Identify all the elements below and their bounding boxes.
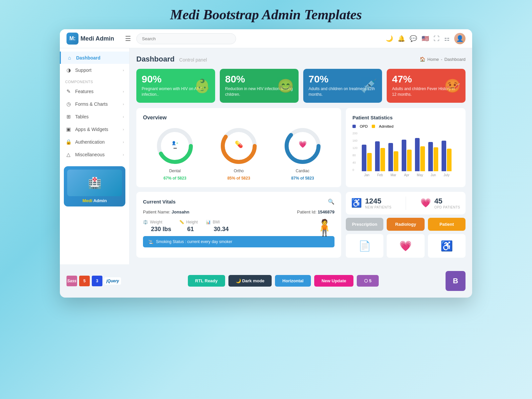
sidebar-item-authentication[interactable]: 🔒 Authentication ›: [60, 136, 129, 148]
search-vitals-icon[interactable]: 🔍: [328, 199, 334, 205]
donut-ortho: 💊 Ortho 85% of 5823: [219, 126, 259, 181]
bar-jan-admitted: [367, 153, 372, 171]
wheelchair-icon: ♿: [351, 198, 362, 208]
hamburger-icon[interactable]: ☰: [125, 35, 131, 43]
human-figure: 🧍: [315, 220, 334, 236]
grid-icon[interactable]: ⚏: [444, 35, 450, 42]
document-icon: 📄: [358, 240, 371, 252]
sidebar-label-authentication: Authentication: [75, 139, 105, 145]
content-title: Dashboard Control panel: [136, 55, 207, 64]
opd-info: 45 OPD PATIENTS: [434, 197, 460, 209]
bar-jan-opd: [362, 145, 366, 171]
donut-chart-cardiac: 💗: [283, 126, 323, 166]
svg-text:💊: 💊: [235, 140, 243, 148]
vitals-metrics: ⚖️ Weight 230 lbs 📏 Height: [143, 220, 309, 236]
prescription-button[interactable]: Prescription: [346, 218, 383, 231]
sidebar-label-tables: Tables: [75, 114, 88, 119]
donut-label-cardiac: Cardiac: [296, 169, 309, 173]
sidebar-item-forms-charts[interactable]: ◷ Forms & Charts ›: [60, 98, 129, 110]
rtl-badge[interactable]: RTL Ready: [188, 275, 225, 287]
sidebar-label-support: Support: [75, 67, 91, 73]
sidebar-item-support[interactable]: ◑ Support ›: [60, 64, 129, 76]
stat-icon-0: 👶: [194, 78, 210, 93]
moon-icon[interactable]: 🌙: [386, 35, 393, 42]
smoking-status-bar: 🚬 Smoking Status : current every day smo…: [143, 236, 334, 247]
label-mar: Mar: [390, 173, 396, 177]
patient-info-row: Patient Name: Jonsahn Patient Id: 154687…: [143, 209, 334, 214]
height-icon: 📏: [179, 220, 184, 224]
navbar-icons: 🌙 🔔 💬 🇺🇸 ⛶ ⚏ 👤: [386, 33, 466, 44]
patient-icon-card: ♿: [428, 234, 466, 258]
html5-icon: 5: [79, 276, 90, 286]
newupdate-badge[interactable]: New Update: [314, 275, 353, 287]
sidebar-card-image: 🏥: [67, 170, 122, 196]
metric-height: 📏 Height 61: [179, 220, 198, 233]
metric-bmi: 📊 BMI 30.34: [206, 220, 229, 233]
sidebar-promo-card: 🏥 Medi Admin: [64, 166, 125, 206]
search-input[interactable]: [136, 33, 236, 44]
chevron-icon: ›: [123, 140, 124, 144]
radiology-icon-card: 💗: [387, 234, 424, 258]
flag-icon[interactable]: 🇺🇸: [422, 35, 429, 42]
version-badge[interactable]: ⬡ 5: [357, 275, 379, 287]
bar-july-opd: [442, 141, 446, 171]
bar-jan: Jan: [362, 145, 372, 177]
bar-may-admitted: [420, 146, 425, 171]
main-content: Dashboard Control panel 🏠 Home - Dashboa…: [130, 48, 472, 264]
brand-label: Medi Admin: [80, 35, 114, 42]
y-label-200: 200: [352, 132, 357, 135]
sidebar-item-dashboard[interactable]: ⌂ Dashboard: [60, 52, 129, 64]
bar-july: July: [442, 141, 452, 177]
patient-id-info: Patient Id: 1546879: [297, 209, 334, 214]
bmi-value: 30.34: [214, 226, 229, 233]
patient-name-info: Patient Name: Jonsahn: [143, 209, 189, 214]
footer-badges: RTL Ready 🌙 Dark mode Horizontal New Upd…: [121, 275, 446, 287]
smoking-text: Smoking Status : current every day smoke…: [156, 239, 232, 244]
sidebar: ⌂ Dashboard ◑ Support › Components ✎ Fea…: [60, 48, 130, 264]
patient-button[interactable]: Patient: [428, 218, 466, 231]
page-title: Medi Bootstrap Admin Templates: [7, 7, 525, 23]
y-label-160: 160: [352, 139, 357, 142]
label-may: May: [417, 173, 423, 177]
new-patients-count: 1245: [365, 197, 392, 205]
sidebar-item-tables[interactable]: ⊞ Tables ›: [60, 110, 129, 123]
radiology-button[interactable]: Radiology: [387, 218, 424, 231]
opd-count: 45: [434, 197, 460, 205]
label-apr: Apr: [404, 173, 409, 177]
fullscreen-icon[interactable]: ⛶: [434, 35, 440, 42]
heart-monitor-icon: 💗: [399, 240, 412, 252]
avatar[interactable]: 👤: [454, 33, 466, 44]
darkmode-badge[interactable]: 🌙 Dark mode: [228, 275, 272, 287]
middle-row: Overview 👤+ ➖ Dental 67% of 5823: [136, 108, 466, 187]
sidebar-item-miscellaneous[interactable]: △ Miscellaneous ›: [60, 148, 129, 161]
bell-icon[interactable]: 🔔: [398, 35, 405, 42]
donut-dental: 👤+ ➖ Dental 67% of 5823: [155, 126, 195, 181]
y-label-0: 0: [352, 168, 357, 172]
svg-text:💗: 💗: [299, 140, 307, 148]
bmi-icon-label: 📊 BMI: [206, 220, 229, 224]
label-jun: Jun: [431, 173, 436, 177]
chart-legend: OPD Admitted: [352, 124, 459, 128]
features-icon: ✎: [65, 88, 72, 94]
bmi-icon: 📊: [206, 220, 211, 224]
y-axis: 0 40 80 120 160 200: [352, 132, 357, 172]
stat-icon-3: 🤒: [444, 78, 461, 93]
stat-cards: 90% Pregnant women with HIV on ART infec…: [136, 69, 466, 103]
sidebar-item-features[interactable]: ✎ Features ›: [60, 85, 129, 98]
y-label-80: 80: [352, 154, 357, 157]
legend-opd-dot: [352, 125, 356, 128]
chat-icon[interactable]: 💬: [410, 35, 417, 42]
right-panel: ♿ 1245 NEW PATIENTS 💗 45 OPD PATIENTS: [346, 192, 466, 258]
chevron-icon: ›: [123, 153, 124, 157]
new-patients-label: NEW PATIENTS: [365, 205, 392, 209]
divider: [406, 197, 406, 210]
breadcrumb-separator: -: [441, 57, 442, 62]
donut-chart-dental: 👤+ ➖: [155, 126, 195, 166]
height-value: 61: [187, 226, 198, 233]
horizontal-badge[interactable]: Horizontal: [275, 275, 311, 287]
sidebar-item-apps-widgets[interactable]: ▣ Apps & Widgets ›: [60, 123, 129, 136]
label-jan: Jan: [364, 173, 369, 177]
chevron-icon: ›: [123, 115, 124, 119]
label-feb: Feb: [377, 173, 383, 177]
opd-label: OPD PATIENTS: [434, 205, 460, 209]
